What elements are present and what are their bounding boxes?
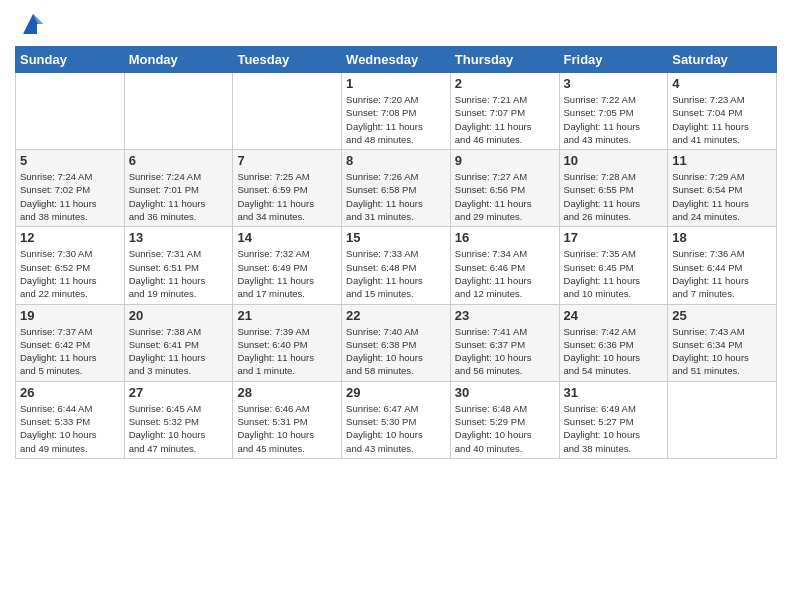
calendar-cell: 25Sunrise: 7:43 AM Sunset: 6:34 PM Dayli… — [668, 304, 777, 381]
col-header-friday: Friday — [559, 47, 668, 73]
calendar-cell: 3Sunrise: 7:22 AM Sunset: 7:05 PM Daylig… — [559, 73, 668, 150]
calendar-cell: 22Sunrise: 7:40 AM Sunset: 6:38 PM Dayli… — [342, 304, 451, 381]
day-number: 21 — [237, 308, 337, 323]
day-number: 16 — [455, 230, 555, 245]
calendar-cell: 12Sunrise: 7:30 AM Sunset: 6:52 PM Dayli… — [16, 227, 125, 304]
day-info: Sunrise: 7:37 AM Sunset: 6:42 PM Dayligh… — [20, 325, 120, 378]
calendar-cell: 5Sunrise: 7:24 AM Sunset: 7:02 PM Daylig… — [16, 150, 125, 227]
day-info: Sunrise: 6:49 AM Sunset: 5:27 PM Dayligh… — [564, 402, 664, 455]
calendar-week-2: 12Sunrise: 7:30 AM Sunset: 6:52 PM Dayli… — [16, 227, 777, 304]
day-number: 11 — [672, 153, 772, 168]
day-number: 18 — [672, 230, 772, 245]
day-number: 4 — [672, 76, 772, 91]
day-info: Sunrise: 7:21 AM Sunset: 7:07 PM Dayligh… — [455, 93, 555, 146]
day-number: 28 — [237, 385, 337, 400]
calendar-cell: 16Sunrise: 7:34 AM Sunset: 6:46 PM Dayli… — [450, 227, 559, 304]
day-number: 25 — [672, 308, 772, 323]
day-info: Sunrise: 7:26 AM Sunset: 6:58 PM Dayligh… — [346, 170, 446, 223]
calendar-cell: 26Sunrise: 6:44 AM Sunset: 5:33 PM Dayli… — [16, 381, 125, 458]
calendar-cell: 31Sunrise: 6:49 AM Sunset: 5:27 PM Dayli… — [559, 381, 668, 458]
calendar-cell: 14Sunrise: 7:32 AM Sunset: 6:49 PM Dayli… — [233, 227, 342, 304]
day-number: 12 — [20, 230, 120, 245]
day-info: Sunrise: 7:24 AM Sunset: 7:02 PM Dayligh… — [20, 170, 120, 223]
calendar-cell — [668, 381, 777, 458]
calendar-cell: 19Sunrise: 7:37 AM Sunset: 6:42 PM Dayli… — [16, 304, 125, 381]
calendar-cell — [124, 73, 233, 150]
calendar-header-row: SundayMondayTuesdayWednesdayThursdayFrid… — [16, 47, 777, 73]
calendar-cell: 15Sunrise: 7:33 AM Sunset: 6:48 PM Dayli… — [342, 227, 451, 304]
day-info: Sunrise: 6:44 AM Sunset: 5:33 PM Dayligh… — [20, 402, 120, 455]
day-info: Sunrise: 7:23 AM Sunset: 7:04 PM Dayligh… — [672, 93, 772, 146]
header — [15, 10, 777, 38]
day-info: Sunrise: 7:35 AM Sunset: 6:45 PM Dayligh… — [564, 247, 664, 300]
day-number: 14 — [237, 230, 337, 245]
day-number: 13 — [129, 230, 229, 245]
day-number: 23 — [455, 308, 555, 323]
col-header-sunday: Sunday — [16, 47, 125, 73]
day-info: Sunrise: 7:34 AM Sunset: 6:46 PM Dayligh… — [455, 247, 555, 300]
day-number: 20 — [129, 308, 229, 323]
calendar-week-4: 26Sunrise: 6:44 AM Sunset: 5:33 PM Dayli… — [16, 381, 777, 458]
calendar-cell — [233, 73, 342, 150]
calendar-cell: 2Sunrise: 7:21 AM Sunset: 7:07 PM Daylig… — [450, 73, 559, 150]
day-info: Sunrise: 7:28 AM Sunset: 6:55 PM Dayligh… — [564, 170, 664, 223]
calendar-cell — [16, 73, 125, 150]
calendar-week-1: 5Sunrise: 7:24 AM Sunset: 7:02 PM Daylig… — [16, 150, 777, 227]
day-number: 2 — [455, 76, 555, 91]
day-number: 7 — [237, 153, 337, 168]
day-number: 8 — [346, 153, 446, 168]
calendar-cell: 8Sunrise: 7:26 AM Sunset: 6:58 PM Daylig… — [342, 150, 451, 227]
calendar-cell: 28Sunrise: 6:46 AM Sunset: 5:31 PM Dayli… — [233, 381, 342, 458]
calendar-cell: 6Sunrise: 7:24 AM Sunset: 7:01 PM Daylig… — [124, 150, 233, 227]
day-number: 31 — [564, 385, 664, 400]
calendar-cell: 7Sunrise: 7:25 AM Sunset: 6:59 PM Daylig… — [233, 150, 342, 227]
day-info: Sunrise: 7:38 AM Sunset: 6:41 PM Dayligh… — [129, 325, 229, 378]
day-info: Sunrise: 7:36 AM Sunset: 6:44 PM Dayligh… — [672, 247, 772, 300]
logo — [15, 10, 47, 38]
day-info: Sunrise: 7:42 AM Sunset: 6:36 PM Dayligh… — [564, 325, 664, 378]
calendar-week-0: 1Sunrise: 7:20 AM Sunset: 7:08 PM Daylig… — [16, 73, 777, 150]
day-info: Sunrise: 7:32 AM Sunset: 6:49 PM Dayligh… — [237, 247, 337, 300]
calendar-cell: 21Sunrise: 7:39 AM Sunset: 6:40 PM Dayli… — [233, 304, 342, 381]
calendar-week-3: 19Sunrise: 7:37 AM Sunset: 6:42 PM Dayli… — [16, 304, 777, 381]
day-info: Sunrise: 7:33 AM Sunset: 6:48 PM Dayligh… — [346, 247, 446, 300]
page: SundayMondayTuesdayWednesdayThursdayFrid… — [0, 0, 792, 612]
day-number: 27 — [129, 385, 229, 400]
day-info: Sunrise: 7:27 AM Sunset: 6:56 PM Dayligh… — [455, 170, 555, 223]
day-number: 17 — [564, 230, 664, 245]
day-info: Sunrise: 7:25 AM Sunset: 6:59 PM Dayligh… — [237, 170, 337, 223]
col-header-thursday: Thursday — [450, 47, 559, 73]
day-number: 10 — [564, 153, 664, 168]
day-info: Sunrise: 7:40 AM Sunset: 6:38 PM Dayligh… — [346, 325, 446, 378]
day-number: 15 — [346, 230, 446, 245]
calendar-cell: 23Sunrise: 7:41 AM Sunset: 6:37 PM Dayli… — [450, 304, 559, 381]
day-number: 3 — [564, 76, 664, 91]
day-number: 26 — [20, 385, 120, 400]
calendar-cell: 29Sunrise: 6:47 AM Sunset: 5:30 PM Dayli… — [342, 381, 451, 458]
calendar-cell: 27Sunrise: 6:45 AM Sunset: 5:32 PM Dayli… — [124, 381, 233, 458]
day-info: Sunrise: 7:24 AM Sunset: 7:01 PM Dayligh… — [129, 170, 229, 223]
calendar-cell: 1Sunrise: 7:20 AM Sunset: 7:08 PM Daylig… — [342, 73, 451, 150]
calendar-cell: 18Sunrise: 7:36 AM Sunset: 6:44 PM Dayli… — [668, 227, 777, 304]
calendar-cell: 10Sunrise: 7:28 AM Sunset: 6:55 PM Dayli… — [559, 150, 668, 227]
col-header-monday: Monday — [124, 47, 233, 73]
day-info: Sunrise: 6:48 AM Sunset: 5:29 PM Dayligh… — [455, 402, 555, 455]
day-info: Sunrise: 7:31 AM Sunset: 6:51 PM Dayligh… — [129, 247, 229, 300]
col-header-saturday: Saturday — [668, 47, 777, 73]
day-info: Sunrise: 7:41 AM Sunset: 6:37 PM Dayligh… — [455, 325, 555, 378]
day-info: Sunrise: 7:20 AM Sunset: 7:08 PM Dayligh… — [346, 93, 446, 146]
calendar-cell: 13Sunrise: 7:31 AM Sunset: 6:51 PM Dayli… — [124, 227, 233, 304]
day-number: 19 — [20, 308, 120, 323]
calendar-cell: 20Sunrise: 7:38 AM Sunset: 6:41 PM Dayli… — [124, 304, 233, 381]
day-info: Sunrise: 7:22 AM Sunset: 7:05 PM Dayligh… — [564, 93, 664, 146]
day-number: 24 — [564, 308, 664, 323]
day-info: Sunrise: 6:46 AM Sunset: 5:31 PM Dayligh… — [237, 402, 337, 455]
logo-icon — [19, 10, 47, 38]
day-info: Sunrise: 7:39 AM Sunset: 6:40 PM Dayligh… — [237, 325, 337, 378]
day-info: Sunrise: 6:47 AM Sunset: 5:30 PM Dayligh… — [346, 402, 446, 455]
day-info: Sunrise: 7:43 AM Sunset: 6:34 PM Dayligh… — [672, 325, 772, 378]
calendar-cell: 9Sunrise: 7:27 AM Sunset: 6:56 PM Daylig… — [450, 150, 559, 227]
day-number: 1 — [346, 76, 446, 91]
col-header-tuesday: Tuesday — [233, 47, 342, 73]
day-number: 22 — [346, 308, 446, 323]
